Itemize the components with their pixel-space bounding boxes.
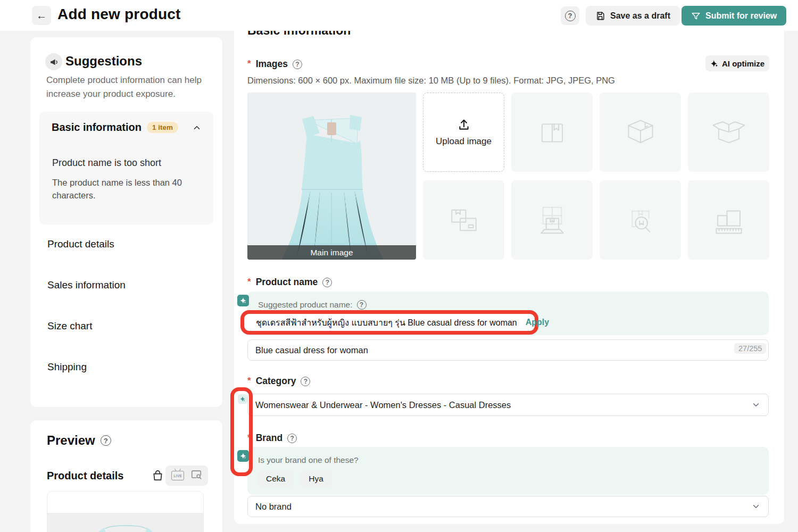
shopping-bag-icon[interactable] — [152, 469, 164, 481]
suggestions-description: Complete product information can help in… — [46, 73, 210, 101]
basic-information-section: Basic information 1 item Product name is… — [39, 112, 213, 225]
brand-suggestion-banner: Is your brand one of these? Ceka Hya — [247, 447, 769, 495]
package-closed-icon — [621, 115, 660, 150]
help-icon[interactable]: ? — [293, 60, 302, 69]
dress-photo — [247, 93, 416, 260]
brand-dropdown[interactable]: No brand — [247, 496, 769, 517]
product-name-label: * Product name ? — [247, 277, 332, 288]
save-draft-button[interactable]: Save as a draft — [586, 6, 680, 26]
image-placeholder-tile — [688, 93, 769, 172]
funnel-icon — [691, 11, 701, 21]
add-product-page: Basic information * Images ? AI optimize… — [0, 0, 798, 532]
preview-title: Preview — [47, 433, 95, 448]
upload-icon — [457, 118, 471, 132]
character-counter: 27/255 — [734, 343, 766, 354]
annotation-suggested-name-box: ชุดเดรสสีฟ้าสำหรับผู้หญิง แบบสบายๆ รุ่น … — [240, 310, 538, 335]
category-label: * Category ? — [247, 376, 310, 387]
package-front-icon — [534, 115, 571, 150]
package-window-icon — [534, 203, 571, 238]
preview-product-card — [47, 491, 204, 532]
main-product-image[interactable]: Main image — [247, 93, 416, 260]
image-placeholder-tile — [511, 180, 593, 260]
sidebar-item-shipping[interactable]: Shipping — [47, 361, 87, 373]
back-arrow-icon: ← — [36, 10, 47, 22]
top-header: ← Add new product ? Save as a draft Subm… — [0, 0, 798, 31]
help-icon[interactable]: ? — [301, 377, 310, 386]
help-icon[interactable]: ? — [101, 435, 111, 446]
images-label: * Images ? — [247, 59, 302, 70]
megaphone-icon — [45, 53, 62, 70]
browse-search-icon[interactable] — [190, 469, 202, 483]
image-placeholder-tile — [511, 93, 593, 172]
sparkle-icon — [710, 60, 718, 68]
issue-title[interactable]: Product name is too short — [52, 157, 161, 169]
sidebar-item-size-chart[interactable]: Size chart — [47, 320, 92, 332]
image-placeholder-tile — [600, 180, 681, 260]
issue-count-badge: 1 item — [147, 122, 178, 133]
suggestions-title: Suggestions — [65, 54, 142, 69]
chevron-down-icon — [751, 502, 761, 511]
save-icon — [595, 11, 605, 21]
main-image-caption: Main image — [247, 245, 416, 260]
image-placeholder-tile — [423, 180, 504, 260]
package-ruler-icon — [710, 203, 747, 237]
sidebar-item-product-details[interactable]: Product details — [47, 238, 114, 250]
sparkle-icon — [239, 297, 247, 304]
brand-chip-ceka[interactable]: Ceka — [258, 470, 293, 487]
preview-product-image — [47, 513, 204, 532]
upload-image-tile[interactable]: Upload image — [423, 93, 504, 172]
image-placeholder-tile — [600, 93, 681, 172]
page-title: Add new product — [57, 6, 181, 23]
back-button[interactable]: ← — [32, 6, 51, 25]
required-asterisk: * — [247, 59, 251, 69]
package-open-icon — [709, 115, 749, 150]
ai-optimize-button[interactable]: AI optimize — [705, 55, 769, 71]
product-name-input[interactable] — [247, 339, 769, 361]
image-placeholder-tile — [688, 180, 769, 260]
preview-subtitle: Product details — [47, 470, 123, 482]
suggested-product-name: ชุดเดรสสีฟ้าสำหรับผู้หญิง แบบสบายๆ รุ่น … — [256, 316, 517, 329]
chevron-up-icon[interactable] — [192, 123, 202, 132]
package-search-icon — [622, 203, 659, 238]
suggested-name-caption: Suggested product name: ? — [258, 300, 367, 310]
sidebar-item-sales-information[interactable]: Sales information — [47, 279, 126, 291]
suggestions-panel: Suggestions Complete product information… — [30, 37, 222, 407]
help-icon[interactable]: ? — [357, 300, 367, 310]
category-dropdown[interactable]: Womenswear & Underwear - Women's Dresses… — [247, 394, 769, 416]
preview-mode-switch[interactable]: LIVE — [165, 466, 208, 486]
basic-information-toggle[interactable]: Basic information 1 item — [52, 121, 202, 134]
chevron-down-icon — [751, 400, 761, 410]
header-help-button[interactable]: ? — [561, 6, 579, 25]
brand-label: * Brand ? — [247, 433, 297, 444]
brand-question: Is your brand one of these? — [258, 455, 359, 465]
image-upload-hint: Dimensions: 600 × 600 px. Maximum file s… — [247, 76, 615, 86]
live-tv-icon[interactable]: LIVE — [171, 471, 184, 480]
annotation-ai-badges-box — [230, 387, 253, 476]
issue-detail: The product name is less than 40 charact… — [52, 177, 197, 202]
ai-suggestion-badge — [237, 295, 249, 306]
help-icon[interactable]: ? — [287, 434, 297, 443]
apply-suggestion-link[interactable]: Apply — [526, 318, 549, 327]
basic-information-card: Basic information * Images ? AI optimize… — [234, 16, 784, 524]
preview-panel: Preview ? Product details LIVE — [30, 420, 222, 532]
parcels-icon — [445, 203, 483, 237]
submit-review-button[interactable]: Submit for review — [681, 6, 786, 26]
brand-options: Ceka Hya — [258, 470, 331, 487]
help-icon[interactable]: ? — [322, 278, 332, 287]
brand-chip-hya[interactable]: Hya — [301, 470, 331, 487]
